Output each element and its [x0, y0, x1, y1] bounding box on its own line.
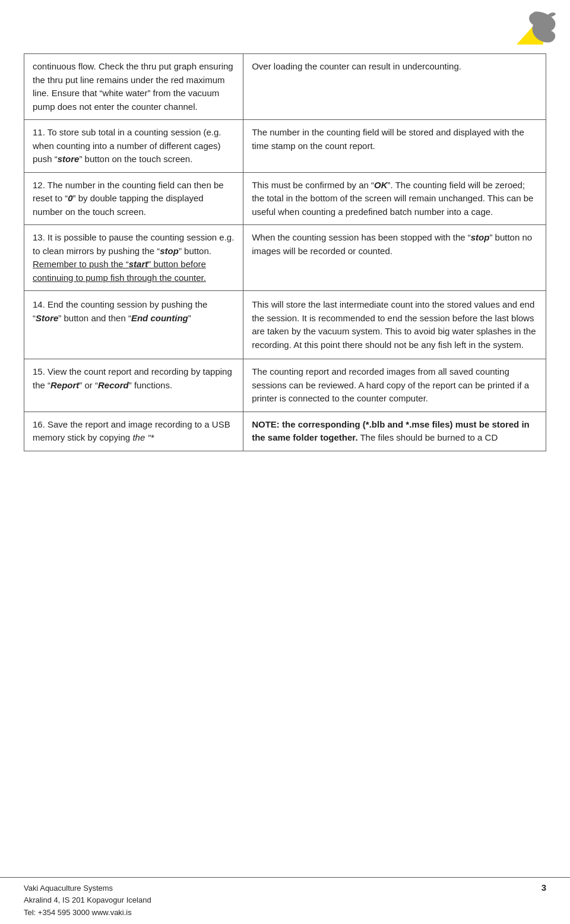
footer-left: Vaki Aquaculture Systems Akralind 4, IS … [24, 882, 151, 919]
text-content: This will store the last intermediate co… [252, 299, 536, 350]
item-number: 14. End the counting session by pushing … [33, 299, 207, 323]
footer-tel: Tel: +354 595 3000 www.vaki.is [24, 907, 151, 919]
item-number: 16. Save the report and image recording … [33, 419, 230, 443]
text-content: When the counting session has been stopp… [252, 232, 532, 256]
item-number: 12. The number in the counting field can… [33, 180, 224, 217]
text-content: continuous flow. Check the thru put grap… [33, 61, 233, 112]
right-cell-2: The number in the counting field will be… [243, 120, 546, 173]
page-wrapper: continuous flow. Check the thru put grap… [0, 0, 570, 924]
footer-page-number: 3 [542, 882, 546, 893]
right-cell-3: This must be confirmed by an “OK”. The c… [243, 172, 546, 225]
footer-company: Vaki Aquaculture Systems [24, 882, 151, 895]
table-row: 16. Save the report and image recording … [24, 412, 546, 451]
right-cell-7: NOTE: the corresponding (*.blb and *.mse… [243, 412, 546, 451]
left-cell-3: 12. The number in the counting field can… [24, 172, 243, 225]
left-cell-1: continuous flow. Check the thru put grap… [24, 54, 243, 120]
right-cell-5: This will store the last intermediate co… [243, 291, 546, 359]
right-cell-1: Over loading the counter can result in u… [243, 54, 546, 120]
table-row: 14. End the counting session by pushing … [24, 291, 546, 359]
left-cell-7: 16. Save the report and image recording … [24, 412, 243, 451]
text-content: This must be confirmed by an “OK”. The c… [252, 180, 533, 217]
text-content: The counting report and recorded images … [252, 366, 529, 403]
table-row: 15. View the count report and recording … [24, 359, 546, 412]
item-number: 15. View the count report and recording … [33, 366, 232, 390]
content-table: continuous flow. Check the thru put grap… [24, 53, 546, 451]
left-cell-5: 14. End the counting session by pushing … [24, 291, 243, 359]
table-row: 12. The number in the counting field can… [24, 172, 546, 225]
table-row: 13. It is possible to pause the counting… [24, 225, 546, 291]
left-cell-4: 13. It is possible to pause the counting… [24, 225, 243, 291]
left-cell-6: 15. View the count report and recording … [24, 359, 243, 412]
text-content: NOTE: the corresponding (*.blb and *.mse… [252, 419, 530, 443]
main-content: continuous flow. Check the thru put grap… [0, 0, 570, 451]
item-number: 13. It is possible to pause the counting… [33, 232, 234, 283]
vaki-logo [511, 6, 558, 48]
table-row: continuous flow. Check the thru put grap… [24, 54, 546, 120]
text-content: The number in the counting field will be… [252, 127, 524, 151]
left-cell-2: 11. To store sub total in a counting ses… [24, 120, 243, 173]
footer-address: Akralind 4, IS 201 Kopavogur Iceland [24, 894, 151, 907]
logo-area [511, 6, 558, 48]
right-cell-6: The counting report and recorded images … [243, 359, 546, 412]
table-row: 11. To store sub total in a counting ses… [24, 120, 546, 173]
item-number: 11. To store sub total in a counting ses… [33, 127, 221, 164]
page-footer: Vaki Aquaculture Systems Akralind 4, IS … [0, 877, 570, 924]
text-content: Over loading the counter can result in u… [252, 61, 461, 71]
right-cell-4: When the counting session has been stopp… [243, 225, 546, 291]
